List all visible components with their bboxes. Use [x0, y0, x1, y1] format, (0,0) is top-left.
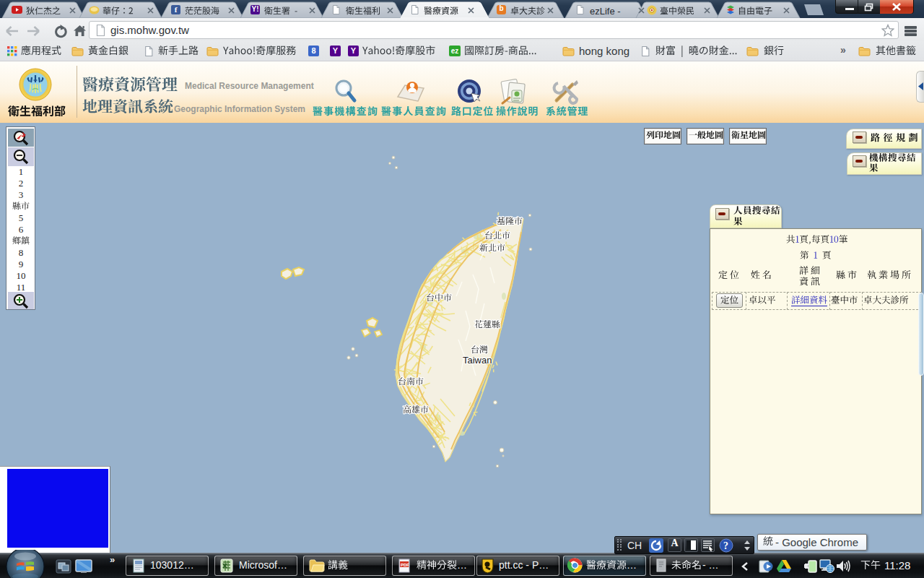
svg-text:PDF: PDF: [401, 563, 409, 567]
svg-text:?: ?: [723, 540, 728, 551]
